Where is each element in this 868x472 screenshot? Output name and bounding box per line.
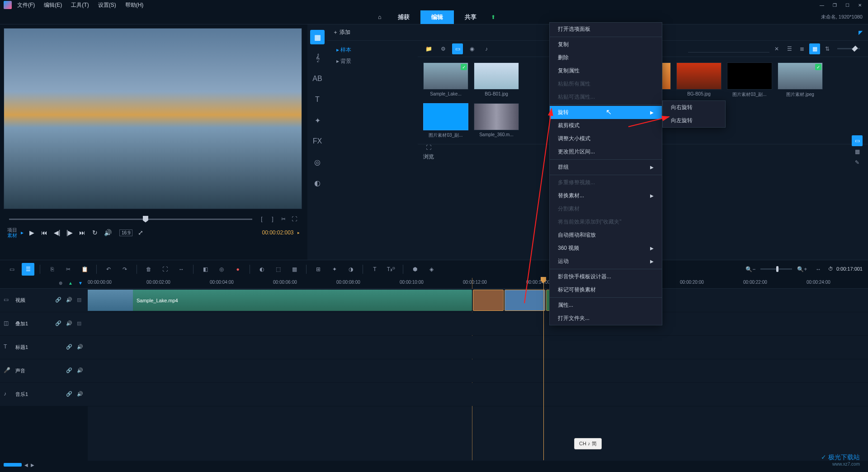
tl-paste-icon[interactable]: 📋 [78,263,91,276]
clip-image[interactable] [505,290,545,311]
footer-icon-3[interactable]: ✎ [852,157,863,168]
maximize-button[interactable]: ☐ [843,1,852,9]
tab-edit[interactable]: 编辑 [420,10,454,24]
tool-title[interactable]: T [310,92,325,107]
sort-icon[interactable]: ⇅ [822,43,833,54]
tool-transition[interactable]: AB [310,72,325,86]
tool-audio[interactable]: 𝄞 [310,51,325,65]
asset-item[interactable]: 图片素材03_副... [423,103,468,138]
ctx-replace[interactable]: 替换素材...▶ [550,189,662,202]
ctx-rotate-right[interactable]: 向右旋转 [663,101,725,114]
ctx-copy[interactable]: 复制 [550,38,662,51]
filter-image-icon[interactable]: ◉ [467,43,477,54]
ctx-open-folder[interactable]: 打开文件夹... [550,312,662,325]
mark-out-button[interactable]: ] [269,215,277,223]
preview-toggle-icon[interactable]: ⛶ [423,142,434,153]
tool-ar[interactable]: ◐ [310,176,325,190]
zoom-out-icon[interactable]: 🔍− [744,263,757,276]
view-detail-icon[interactable]: ≣ [797,43,807,54]
filter-audio-icon[interactable]: ♪ [481,43,492,54]
link-icon[interactable]: 🔗 [66,367,73,375]
asset-item[interactable]: 图片素材03_副... [727,62,772,98]
ctx-properties[interactable]: 属性... [550,299,662,312]
ctx-motion[interactable]: 运动▶ [550,255,662,268]
lock-icon[interactable]: ▨ [77,297,84,304]
tl-title-icon[interactable]: T [368,263,381,276]
thumb-size-slider[interactable] [837,48,860,49]
link-icon[interactable]: 🔗 [66,344,73,351]
tl-tool5-icon[interactable]: ▦ [288,263,301,276]
import-folder-icon[interactable]: 📁 [423,43,434,54]
settings-icon[interactable]: ⚙ [438,43,448,54]
mute-icon[interactable]: 🔊 [66,320,73,328]
tl-redo-icon[interactable]: ↷ [118,263,131,276]
ctx-delete[interactable]: 删除 [550,51,662,64]
footer-icon-1[interactable]: ▭ [852,135,863,146]
ctx-360[interactable]: 360 视频▶ [550,242,662,255]
preview-timecode[interactable]: 00:00:02:003 ▸ [262,229,300,236]
loop-button[interactable]: ↻ [90,228,99,237]
resize-button[interactable]: ⤢ [136,228,145,237]
track-add-icon[interactable]: ⊕ [57,280,64,287]
tl-mask-icon[interactable]: ◑ [344,263,357,276]
menu-help[interactable]: 帮助(H) [122,0,147,10]
tool-fx[interactable]: FX [310,134,325,148]
clip-image[interactable] [473,290,504,311]
tl-record-icon[interactable]: ● [231,263,244,276]
scrubber-thumb[interactable] [143,216,148,223]
tl-timeline-icon[interactable]: ☰ [22,263,34,276]
zoom-in-icon[interactable]: 🔍+ [796,263,808,276]
home-button[interactable]: ⌂ [373,11,387,23]
ctx-rotate-left[interactable]: 向左旋转 [663,114,725,127]
view-grid-icon[interactable]: ▦ [809,43,820,54]
ctx-mark-replaceable[interactable]: 标记可替换素材 [550,283,662,296]
menu-file[interactable]: 文件(F) [14,0,38,10]
tl-storyboard-icon[interactable]: ▭ [5,263,18,276]
tree-item-background[interactable]: ▸ 背景 [329,56,416,67]
scrubber-track[interactable] [9,219,252,220]
tool-path[interactable]: ◎ [310,155,325,169]
footer-icon-2[interactable]: ▦ [852,146,863,157]
timeline-nav-thumb[interactable] [4,463,22,467]
scroll-right-icon[interactable]: ▶ [31,462,34,467]
tl-tool3-icon[interactable]: ◐ [255,263,268,276]
restore-button[interactable]: ❐ [830,1,839,9]
clip-video[interactable]: Sample_Lake.mp4 [88,290,472,311]
expand-button[interactable]: ⛶ [290,215,298,223]
tl-grid-icon[interactable]: ⊞ [312,263,325,276]
add-media-button[interactable]: ＋ 添加 [333,29,350,36]
tl-3dtitle-icon[interactable]: T₃ᴰ [385,263,397,276]
clear-search-icon[interactable]: ✕ [771,43,782,54]
go-start-button[interactable]: ⏮ [40,228,49,237]
ctx-change-duration[interactable]: 更改照片区间... [550,145,662,158]
ctx-copy-attrs[interactable]: 复制属性 [550,64,662,77]
close-button[interactable]: ✕ [855,1,864,9]
tl-tool6-icon[interactable]: ⬢ [409,263,421,276]
link-icon[interactable]: 🔗 [66,391,73,398]
menu-edit[interactable]: 编辑(E) [40,0,66,10]
mute-icon[interactable]: 🔊 [77,367,84,375]
go-end-button[interactable]: ⏭ [78,228,87,237]
zoom-slider[interactable] [760,268,792,270]
search-input[interactable] [688,45,769,52]
asset-item[interactable]: BG-B05.jpg [676,62,722,98]
tl-tool7-icon[interactable]: ◈ [425,263,438,276]
tab-share[interactable]: 共享 [454,10,487,24]
minimize-button[interactable]: — [817,1,826,9]
menu-tools[interactable]: 工具(T) [67,0,92,10]
tree-item-sample[interactable]: ▸ 样本 [329,44,416,56]
tool-graphic[interactable]: ✦ [310,113,325,128]
tab-capture[interactable]: 捕获 [387,10,420,24]
mute-icon[interactable]: 🔊 [77,344,84,351]
tl-delete-icon[interactable]: 🗑 [142,263,155,276]
zoom-fit-icon[interactable]: ↔ [812,263,825,276]
filter-video-icon[interactable]: ▭ [452,43,463,54]
asset-item[interactable]: ✓图片素材.jpeg [778,62,823,98]
tl-tool4-icon[interactable]: ⬚ [272,263,284,276]
scroll-left-icon[interactable]: ◀ [24,462,28,467]
bookmark-icon[interactable]: ◤ [859,29,863,36]
tl-fit-icon[interactable]: ↔ [175,263,188,276]
tl-crop-icon[interactable]: ⛶ [159,263,171,276]
preview-viewport[interactable] [4,28,302,209]
aspect-badge[interactable]: 16:9 [119,229,132,236]
